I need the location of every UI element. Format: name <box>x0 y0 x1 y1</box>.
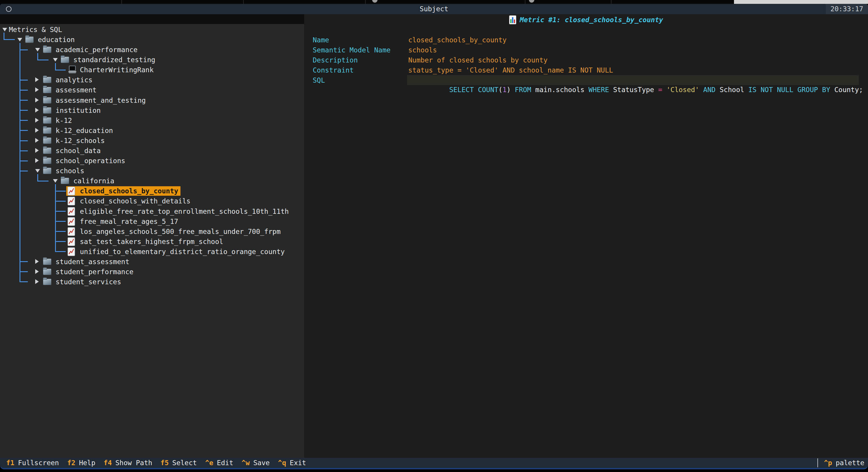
tree-item-label: k-12_education <box>56 125 113 136</box>
app-header: Subject 20:33:17 <box>0 4 868 14</box>
tree-item-institution[interactable]: institution <box>0 106 304 116</box>
tree-item-assessment-and-testing[interactable]: assessment_and_testing <box>0 95 304 106</box>
tree-item-charterwritingrank[interactable]: CharterWritingRank <box>0 65 304 75</box>
folder-icon <box>43 138 51 144</box>
collapsed-arrow-icon[interactable] <box>35 98 39 102</box>
sql-statement-row: SELECT COUNT(1) FROM main.schools WHERE … <box>407 75 859 85</box>
sql-token: GROUP BY <box>798 86 835 94</box>
tree-item-k-12-education[interactable]: k-12_education <box>0 125 304 136</box>
shortcut-label: Exit <box>290 459 306 467</box>
metric-chart-icon <box>67 237 75 246</box>
shortcut-key: ^w <box>242 459 250 467</box>
tree-item-eligible-free-rate[interactable]: eligible_free_rate_top_enrollment_school… <box>0 206 304 216</box>
collapsed-arrow-icon[interactable] <box>35 259 39 264</box>
shortcut-edit[interactable]: ^eEdit <box>205 458 233 468</box>
tree-item-school-operations[interactable]: school_operations <box>0 156 304 166</box>
sql-token: ( <box>498 86 503 94</box>
shortcut-key: ^e <box>205 459 213 467</box>
tree-item-student-services[interactable]: student_services <box>0 277 304 287</box>
sql-token: ) <box>506 86 515 94</box>
shortcut-palette[interactable]: ^ppalette <box>824 458 864 468</box>
tree-item-analytics[interactable]: analytics <box>0 75 304 85</box>
main-area: Metrics & SQL education academic_perform… <box>0 14 868 458</box>
expanded-arrow-icon[interactable] <box>35 48 40 52</box>
folder-icon <box>43 168 51 174</box>
tree-item-label: school_data <box>56 146 101 156</box>
expanded-arrow-icon[interactable] <box>53 179 58 183</box>
collapsed-arrow-icon[interactable] <box>35 87 39 92</box>
expanded-arrow-icon[interactable] <box>18 38 22 41</box>
collapsed-arrow-icon[interactable] <box>35 279 39 284</box>
shortcut-label: Fullscreen <box>18 459 59 467</box>
tree-item-schools[interactable]: schools <box>0 166 304 176</box>
folder-icon <box>43 148 51 154</box>
folder-icon <box>61 57 69 63</box>
shortcut-select[interactable]: f5Select <box>161 458 197 468</box>
tree-item-closed-schools-by-county-selected[interactable]: closed_schools_by_county <box>0 186 304 196</box>
shortcut-fullscreen[interactable]: f1Fullscreen <box>6 458 59 468</box>
sql-token: COUNT <box>478 86 498 94</box>
app-footer: f1Fullscreen f2Help f4Show Path f5Select… <box>0 458 868 468</box>
sql-token: FROM <box>515 86 535 94</box>
tab-divider <box>525 0 525 4</box>
field-value-description: Number of closed schools by county <box>408 55 548 65</box>
collapsed-arrow-icon[interactable] <box>35 269 39 274</box>
tree-item-student-performance[interactable]: student_performance <box>0 267 304 277</box>
tree-item-assessment[interactable]: assessment <box>0 85 304 95</box>
tree-item-free-meal-rate[interactable]: free_meal_rate_ages_5_17 <box>0 216 304 227</box>
metric-detail-title: Metric #1: closed_schools_by_county <box>520 16 663 24</box>
metric-chart-icon <box>67 197 75 206</box>
collapsed-arrow-icon[interactable] <box>35 158 39 163</box>
tree-item-school-data[interactable]: school_data <box>0 146 304 156</box>
header-clock: 20:33:17 <box>826 4 868 14</box>
shortcut-key: f4 <box>103 459 112 467</box>
expanded-arrow-icon[interactable] <box>2 28 7 31</box>
tree-item-k-12[interactable]: k-12 <box>0 116 304 125</box>
shortcut-label: Save <box>253 459 270 467</box>
tree-item-california[interactable]: california <box>0 176 304 186</box>
tree-item-metrics-and-sql[interactable]: Metrics & SQL <box>0 25 304 35</box>
tree-item-los-angeles-schools[interactable]: los_angeles_schools_500_free_meals_under… <box>0 227 304 237</box>
sql-token: SELECT <box>449 86 478 94</box>
folder-icon <box>43 279 51 285</box>
collapsed-arrow-icon[interactable] <box>35 118 39 123</box>
shortcut-show-path[interactable]: f4Show Path <box>103 458 152 468</box>
shortcut-save[interactable]: ^wSave <box>242 458 270 468</box>
shortcut-exit[interactable]: ^qExit <box>278 458 306 468</box>
tree-item-academic-performance[interactable]: academic_performance <box>0 45 304 55</box>
collapsed-arrow-icon[interactable] <box>35 128 39 132</box>
tree-item-k-12-schools[interactable]: k-12_schools <box>0 136 304 146</box>
shortcut-help[interactable]: f2Help <box>67 458 95 468</box>
sql-token: WHERE <box>588 86 613 94</box>
collapsed-arrow-icon[interactable] <box>35 138 39 143</box>
tree-item-label: closed_schools_with_details <box>80 196 190 206</box>
sql-token: StatusType <box>613 86 658 94</box>
expanded-arrow-icon[interactable] <box>35 169 40 173</box>
tree-item-closed-schools-with-details[interactable]: closed_schools_with_details <box>0 196 304 206</box>
favicon-circle-icon <box>529 0 534 3</box>
folder-icon <box>43 108 51 113</box>
tree-item-standardized-testing[interactable]: standardized_testing <box>0 55 304 65</box>
field-label-name: Name <box>313 35 329 45</box>
shortcut-key: f5 <box>161 459 169 467</box>
tree-item-unified-to-elementary[interactable]: unified_to_elementary_district_ratio_ora… <box>0 247 304 257</box>
tree-item-sat-test-takers[interactable]: sat_test_takers_highest_frpm_school <box>0 237 304 247</box>
field-label-constraint: Constraint <box>313 65 353 75</box>
tree-item-label: student_services <box>56 277 121 287</box>
shortcut-label: Edit <box>217 459 233 467</box>
tree-item-education[interactable]: education <box>0 35 304 45</box>
tree-item-label: standardized_testing <box>73 55 155 65</box>
tab-divider <box>121 0 122 4</box>
tab-divider <box>365 0 366 4</box>
sql-token: 'Closed' <box>666 86 703 94</box>
terminal-app-window: Subject 20:33:17 <box>0 4 868 469</box>
tree-item-student-assessment[interactable]: student_assessment <box>0 257 304 267</box>
collapsed-arrow-icon[interactable] <box>35 77 39 82</box>
collapsed-arrow-icon[interactable] <box>35 148 39 153</box>
expanded-arrow-icon[interactable] <box>53 58 58 62</box>
tree-item-label: student_assessment <box>56 257 129 267</box>
folder-icon <box>43 87 51 93</box>
collapsed-arrow-icon[interactable] <box>35 108 39 113</box>
sql-statement: SELECT COUNT(1) FROM main.schools WHERE … <box>408 75 863 85</box>
field-label-sql: SQL <box>313 75 325 85</box>
